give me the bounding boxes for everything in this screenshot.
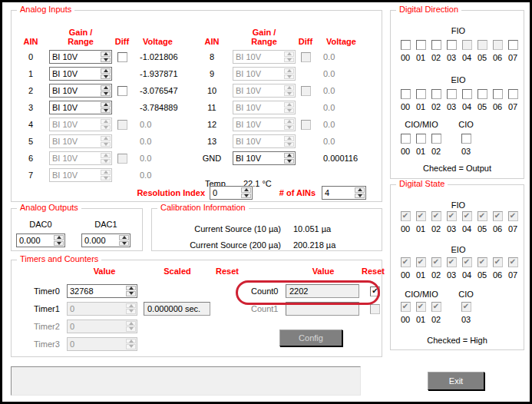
dio-direction-checkbox[interactable] — [447, 89, 457, 99]
spinner-up-button[interactable] — [101, 102, 111, 108]
spinner-up-button[interactable] — [284, 102, 294, 108]
gain-range-spinner[interactable]: BI 10V — [49, 67, 112, 81]
diff-checkbox[interactable] — [117, 52, 127, 62]
dac0-spinner[interactable]: 0.000 — [16, 233, 65, 247]
dio-direction-checkbox[interactable] — [447, 40, 457, 50]
counter-reset-checkbox[interactable] — [370, 286, 380, 296]
spinner-up-button[interactable] — [119, 235, 129, 240]
timer-value-spinner[interactable]: 0 — [67, 337, 137, 351]
dio-direction-checkbox[interactable] — [461, 134, 471, 144]
spinner-down-button[interactable] — [54, 241, 64, 247]
dio-state-checkbox[interactable] — [477, 257, 487, 267]
spinner-down-button[interactable] — [101, 159, 111, 164]
dio-direction-checkbox[interactable] — [416, 134, 426, 144]
spinner-down-button[interactable] — [284, 108, 294, 114]
dio-state-checkbox[interactable] — [416, 257, 426, 267]
dio-direction-checkbox[interactable] — [493, 40, 503, 50]
dio-state-checkbox[interactable] — [477, 211, 487, 221]
gain-range-spinner[interactable]: BI 10V — [49, 168, 112, 182]
diff-checkbox[interactable] — [117, 86, 127, 96]
dio-state-checkbox[interactable] — [401, 211, 411, 221]
dio-state-checkbox[interactable] — [416, 211, 426, 221]
dio-direction-checkbox[interactable] — [477, 40, 487, 50]
spinner-down-button[interactable] — [284, 125, 294, 131]
counter-value-textbox[interactable] — [286, 302, 359, 316]
gain-range-spinner[interactable]: BI 10V — [233, 118, 296, 131]
dio-direction-checkbox[interactable] — [401, 89, 411, 99]
spinner-down-button[interactable] — [101, 125, 111, 131]
dio-state-checkbox[interactable] — [431, 211, 441, 221]
gain-range-spinner[interactable]: BI 10V — [49, 101, 112, 114]
gain-range-spinner[interactable]: BI 10V — [233, 50, 296, 64]
dio-direction-checkbox[interactable] — [401, 134, 411, 144]
spinner-down-button[interactable] — [101, 108, 111, 114]
resolution-index-spinner[interactable]: 0 — [210, 186, 253, 200]
dio-state-checkbox[interactable] — [431, 257, 441, 267]
dio-direction-checkbox[interactable] — [508, 40, 518, 50]
gain-range-spinner[interactable]: BI 10V — [233, 67, 296, 81]
spinner-up-button[interactable] — [126, 339, 136, 344]
diff-checkbox[interactable] — [117, 154, 127, 164]
gain-range-spinner[interactable]: BI 10V — [49, 134, 112, 148]
dio-state-checkbox[interactable] — [401, 302, 411, 312]
dio-direction-checkbox[interactable] — [462, 40, 472, 50]
dio-state-checkbox[interactable] — [401, 257, 411, 267]
spinner-up-button[interactable] — [284, 119, 294, 124]
spinner-down-button[interactable] — [119, 241, 129, 247]
dio-state-checkbox[interactable] — [431, 302, 441, 312]
spinner-up-button[interactable] — [284, 136, 294, 141]
dio-direction-checkbox[interactable] — [431, 89, 441, 99]
diff-checkbox[interactable] — [301, 86, 311, 96]
gain-range-spinner[interactable]: BI 10V — [49, 50, 112, 64]
dio-direction-checkbox[interactable] — [431, 40, 441, 50]
dio-direction-checkbox[interactable] — [462, 89, 472, 99]
timer-value-spinner[interactable]: 0 — [67, 320, 137, 333]
spinner-down-button[interactable] — [241, 194, 251, 199]
spinner-down-button[interactable] — [284, 75, 294, 80]
gain-range-spinner[interactable]: BI 10V — [49, 118, 112, 131]
spinner-up-button[interactable] — [126, 286, 136, 291]
dio-direction-checkbox[interactable] — [431, 134, 441, 144]
spinner-down-button[interactable] — [126, 291, 136, 296]
spinner-down-button[interactable] — [355, 194, 365, 199]
spinner-up-button[interactable] — [101, 51, 111, 57]
exit-button[interactable]: Exit — [428, 372, 484, 390]
spinner-down-button[interactable] — [126, 309, 136, 314]
gain-range-spinner[interactable]: BI 10V — [233, 101, 296, 114]
spinner-down-button[interactable] — [101, 176, 111, 181]
dio-state-checkbox[interactable] — [493, 257, 503, 267]
spinner-up-button[interactable] — [101, 170, 111, 175]
diff-checkbox[interactable] — [117, 120, 127, 130]
spinner-down-button[interactable] — [101, 58, 111, 63]
dio-direction-checkbox[interactable] — [401, 40, 411, 50]
counter-reset-checkbox[interactable] — [370, 304, 380, 314]
spinner-down-button[interactable] — [284, 91, 294, 97]
dio-state-checkbox[interactable] — [461, 302, 471, 312]
dio-state-checkbox[interactable] — [462, 211, 472, 221]
gain-range-spinner[interactable]: BI 10V — [49, 151, 112, 165]
dio-state-checkbox[interactable] — [508, 211, 518, 221]
spinner-up-button[interactable] — [241, 187, 251, 193]
spinner-up-button[interactable] — [284, 68, 294, 74]
dac1-spinner[interactable]: 0.000 — [81, 233, 131, 247]
dio-direction-checkbox[interactable] — [493, 89, 503, 99]
counter-value-textbox[interactable]: 2202 — [286, 284, 359, 298]
spinner-down-button[interactable] — [284, 159, 294, 164]
spinner-down-button[interactable] — [126, 344, 136, 349]
spinner-down-button[interactable] — [101, 75, 111, 80]
spinner-up-button[interactable] — [54, 235, 64, 240]
dio-state-checkbox[interactable] — [462, 257, 472, 267]
spinner-up-button[interactable] — [101, 136, 111, 141]
spinner-up-button[interactable] — [126, 321, 136, 326]
dio-direction-checkbox[interactable] — [416, 89, 426, 99]
dio-direction-checkbox[interactable] — [477, 89, 487, 99]
timer-value-spinner[interactable]: 32768 — [67, 284, 137, 298]
dio-direction-checkbox[interactable] — [508, 89, 518, 99]
spinner-up-button[interactable] — [101, 68, 111, 74]
dio-state-checkbox[interactable] — [447, 211, 457, 221]
dio-state-checkbox[interactable] — [493, 211, 503, 221]
num-ains-spinner[interactable]: 4 — [322, 186, 366, 200]
gain-range-spinner[interactable]: BI 10V — [233, 134, 296, 148]
spinner-up-button[interactable] — [101, 85, 111, 91]
gain-range-spinner[interactable]: BI 10V — [49, 84, 112, 98]
